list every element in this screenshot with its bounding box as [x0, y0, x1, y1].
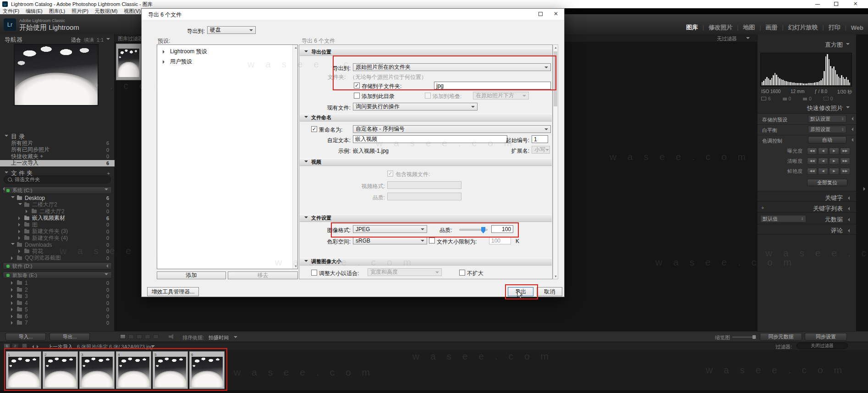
- menu-item[interactable]: 视图(V): [124, 8, 141, 15]
- folder-disclosure-icon[interactable]: [11, 321, 15, 325]
- tone-expand-icon[interactable]: [850, 138, 853, 142]
- people-view-icon[interactable]: [153, 334, 159, 339]
- folder-row[interactable]: Downloads0: [0, 242, 115, 249]
- resize-checkbox[interactable]: [311, 270, 317, 276]
- colorspace-dropdown[interactable]: sRGB: [353, 237, 427, 244]
- folder-row[interactable]: 20: [0, 287, 115, 293]
- import-button[interactable]: 导入...: [5, 333, 46, 341]
- user-presets-disclosure-icon[interactable]: [163, 60, 166, 64]
- export-to-dropdown[interactable]: 原始照片所在的文件夹: [353, 63, 551, 71]
- rename-checkbox[interactable]: [311, 126, 317, 132]
- histogram-box[interactable]: [760, 53, 852, 87]
- filmstrip-thumbnail[interactable]: 3: [79, 351, 115, 389]
- add-to-catalog-checkbox[interactable]: [354, 93, 360, 99]
- folder-disclosure-icon[interactable]: [11, 281, 15, 285]
- stepper-button[interactable]: ◀: [818, 148, 828, 155]
- stepper-button[interactable]: ▶: [829, 148, 839, 155]
- library-filter-arrow-icon[interactable]: [746, 37, 750, 41]
- quick-develop-collapse-icon[interactable]: [846, 106, 850, 110]
- extension-dropdown[interactable]: 小写: [532, 146, 550, 154]
- folder-disclosure-icon[interactable]: [18, 203, 22, 207]
- folder-disclosure-icon[interactable]: [11, 196, 15, 200]
- folder-row[interactable]: Desktop6: [0, 195, 115, 202]
- painter-spray-icon[interactable]: [169, 334, 173, 339]
- folder-disclosure-icon[interactable]: [11, 243, 15, 247]
- thumb-size-slider[interactable]: [732, 337, 756, 338]
- keyword-list-expand-icon[interactable]: [846, 207, 850, 210]
- saved-preset-dropdown[interactable]: 默认设置⇕: [808, 115, 846, 122]
- navigator-zoom-1to1[interactable]: 1:1: [97, 37, 104, 43]
- rename-dropdown[interactable]: 自定名称 - 序列编号: [353, 125, 551, 133]
- stepper-button[interactable]: ◀◀: [807, 158, 817, 165]
- folders-collapse-icon[interactable]: [5, 172, 8, 175]
- module-tab[interactable]: 幻灯片放映: [788, 23, 818, 32]
- next-photo-icon[interactable]: [37, 345, 40, 349]
- folder-filter-bar[interactable]: 筛选文件夹: [4, 176, 111, 183]
- library-filter-none[interactable]: 无过滤器: [717, 35, 737, 42]
- quality-value-field[interactable]: 100: [491, 225, 513, 233]
- existing-files-dropdown[interactable]: 询问要执行的操作: [353, 103, 478, 111]
- stepper-button[interactable]: ▶▶: [840, 168, 850, 175]
- drive-expanded-icon[interactable]: [104, 273, 108, 277]
- plugin-manager-button[interactable]: 增效工具管理器...: [147, 287, 199, 296]
- folder-disclosure-icon[interactable]: [26, 210, 29, 213]
- comments-expand-icon[interactable]: [846, 229, 850, 232]
- close-icon[interactable]: ✕: [853, 1, 858, 6]
- stepper-button[interactable]: ◀: [818, 158, 828, 165]
- module-tab[interactable]: 图库: [686, 23, 698, 32]
- survey-view-icon[interactable]: [145, 334, 150, 339]
- section-file-naming[interactable]: 文件命名: [300, 114, 552, 122]
- grid-shortcut-icon[interactable]: [22, 343, 27, 348]
- keywords-expand-icon[interactable]: [846, 196, 850, 200]
- module-tab[interactable]: 修改照片: [709, 23, 732, 32]
- section-image-sizing[interactable]: 调整图像大小: [300, 258, 552, 266]
- section-file-settings[interactable]: 文件设置: [300, 214, 552, 222]
- folder-disclosure-icon[interactable]: [18, 230, 22, 233]
- section-export-location[interactable]: 导出位置: [300, 48, 552, 56]
- loupe-view-icon[interactable]: [128, 334, 134, 339]
- stepper-button[interactable]: ▶▶: [840, 148, 850, 155]
- filmstrip-thumbnail[interactable]: 2: [43, 351, 78, 389]
- histogram-collapse-icon[interactable]: [846, 43, 850, 47]
- metadata-preset-dropdown[interactable]: 默认值⇕: [760, 215, 806, 222]
- user-presets-group[interactable]: 用户预设: [170, 58, 192, 66]
- lightroom-presets-group[interactable]: Lightroom 预设: [170, 48, 207, 55]
- folder-row[interactable]: 60: [0, 313, 115, 320]
- settings-scrollbar-thumb[interactable]: [554, 51, 557, 106]
- navigator-zoom-fill[interactable]: 填满: [84, 37, 94, 44]
- white-balance-expand-icon[interactable]: [850, 127, 853, 131]
- folder-disclosure-icon[interactable]: [18, 236, 22, 240]
- subfolder-checkbox[interactable]: [354, 83, 360, 89]
- saved-preset-expand-icon[interactable]: [850, 117, 853, 121]
- section-video[interactable]: 视频: [300, 158, 552, 166]
- lightroom-presets-disclosure-icon[interactable]: [163, 50, 166, 54]
- folder-row[interactable]: QQ浏览器截图0: [0, 255, 115, 262]
- filmstrip-filter-dropdown[interactable]: 关闭过滤器: [797, 343, 848, 349]
- folder-row[interactable]: 30: [0, 293, 115, 300]
- module-tab[interactable]: 画册: [765, 23, 777, 32]
- image-format-dropdown[interactable]: JPEG: [353, 225, 427, 233]
- filmstrip-thumbnail[interactable]: 5: [153, 351, 188, 389]
- no-enlarge-checkbox[interactable]: [459, 270, 465, 276]
- folder-disclosure-icon[interactable]: [11, 288, 15, 292]
- quick-develop-title[interactable]: 快速修改照片: [807, 104, 843, 112]
- reset-all-button[interactable]: 全部复位: [807, 179, 847, 186]
- quality-slider-handle[interactable]: [481, 227, 485, 233]
- sort-value[interactable]: 拍摄时间: [209, 334, 229, 341]
- compare-view-icon[interactable]: [137, 334, 142, 339]
- quality-slider[interactable]: [459, 229, 488, 231]
- folder-row[interactable]: 嵌入视频素材6: [0, 215, 115, 222]
- filmstrip-breadcrumb[interactable]: 上一次导入: [48, 343, 73, 350]
- folder-row[interactable]: 50: [0, 306, 115, 313]
- folder-row[interactable]: 40: [0, 300, 115, 307]
- dialog-maximize-icon[interactable]: [538, 12, 543, 16]
- keyword-list-title[interactable]: 关键字列表: [813, 205, 843, 213]
- add-keyword-icon[interactable]: +: [761, 205, 764, 210]
- dialog-cancel-button[interactable]: 取消: [537, 287, 562, 296]
- start-number-field[interactable]: 1: [532, 135, 548, 143]
- comments-title[interactable]: 评论: [831, 227, 843, 235]
- presets-scrollbar[interactable]: ▲ ▼: [292, 45, 297, 269]
- prev-photo-icon[interactable]: [30, 345, 34, 349]
- dialog-title-bar[interactable]: 导出 6 个文件 ✕: [142, 9, 564, 20]
- filmstrip-thumbnail[interactable]: 1: [6, 351, 41, 389]
